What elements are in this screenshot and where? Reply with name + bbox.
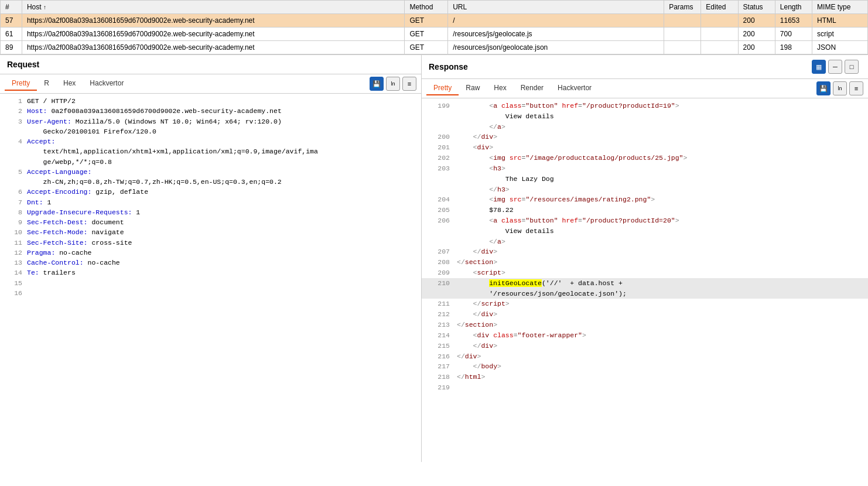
save-icon-res[interactable]: 💾 [816, 81, 831, 95]
tab-hackvertor-req[interactable]: Hackvertor [83, 77, 131, 91]
response-line: 212 </div> [422, 309, 868, 320]
line-content: Cache-Control: no-cache [27, 258, 416, 268]
line-content: </html> [457, 372, 485, 382]
tab-render-res[interactable]: Render [514, 81, 551, 95]
response-line: </a> [422, 237, 868, 247]
request-line: 1GET / HTTP/2 [0, 96, 421, 106]
line-content: <h3> [457, 163, 505, 174]
line-number: 7 [5, 197, 22, 207]
request-body[interactable]: 1GET / HTTP/22Host: 0a2f008a039a13608165… [0, 94, 421, 462]
col-header-mime[interactable]: MIME type [812, 1, 868, 14]
line-number [426, 111, 450, 122]
line-number: 214 [426, 330, 450, 341]
request-line: ge/webp,*/*;q=0.8 [0, 157, 421, 167]
line-content: Accept-Encoding: gzip, deflate [27, 187, 416, 197]
ln-btn-req[interactable]: ln [386, 77, 400, 91]
line-content [27, 278, 416, 288]
tab-r-req[interactable]: R [37, 77, 56, 91]
tab-hex-req[interactable]: Hex [56, 77, 83, 91]
response-line: 217 </body> [422, 361, 868, 372]
col-header-hash[interactable]: # [1, 1, 22, 14]
line-number: 9 [5, 217, 22, 227]
cell-url: /resources/json/geolocate.json [448, 41, 664, 55]
col-header-host[interactable]: Host ↑ [22, 1, 405, 14]
line-number [5, 177, 22, 187]
request-line: 3User-Agent: Mozilla/5.0 (Windows NT 10.… [0, 117, 421, 126]
line-number: 205 [426, 205, 450, 215]
line-content: Sec-Fetch-Site: cross-site [27, 238, 416, 248]
tab-pretty-res[interactable]: Pretty [426, 81, 459, 95]
line-number [5, 126, 22, 136]
line-content: </div> [457, 351, 481, 362]
response-line: 205 $78.22 [422, 205, 868, 215]
col-header-params[interactable]: Params [664, 1, 701, 14]
line-content: Sec-Fetch-Mode: navigate [27, 227, 416, 237]
response-line: 201 <div> [422, 142, 868, 153]
cell-host: https://0a2f008a039a136081659d6700d9002e… [22, 41, 405, 55]
cell-url: / [448, 14, 664, 28]
line-number: 204 [426, 194, 450, 205]
cell-status: 200 [738, 14, 775, 28]
cell-length: 700 [775, 28, 812, 41]
response-line: 219 [422, 382, 868, 393]
response-line: 215 </div> [422, 341, 868, 351]
table-row[interactable]: 57 https://0a2f008a039a136081659d6700d90… [1, 14, 868, 28]
line-content: '/resources/json/geolocate.json'); [457, 289, 627, 299]
square-icon-res[interactable]: □ [845, 60, 859, 74]
request-tab-bar: Pretty R Hex Hackvertor 💾 ln ≡ [0, 74, 421, 94]
line-number: 210 [426, 278, 450, 289]
tab-hackvertor-res[interactable]: Hackvertor [551, 81, 599, 95]
line-content: </div> [457, 309, 497, 320]
tab-hex-res[interactable]: Hex [487, 81, 513, 95]
line-number: 4 [5, 136, 22, 146]
cell-num: 57 [1, 14, 22, 28]
col-header-edited[interactable]: Edited [701, 1, 738, 14]
line-number: 13 [5, 258, 22, 268]
line-content: <img src="/image/productcatalog/products… [457, 153, 687, 163]
line-number: 2 [5, 106, 22, 116]
response-body[interactable]: 199 <a class="button" href="/product?pro… [422, 98, 868, 462]
col-header-url[interactable]: URL [448, 1, 664, 14]
request-line: 5Accept-Language: [0, 167, 421, 177]
request-line: 8Upgrade-Insecure-Requests: 1 [0, 207, 421, 217]
line-number: 206 [426, 215, 450, 226]
response-line: </a> [422, 122, 868, 132]
response-line: 199 <a class="button" href="/product?pro… [422, 101, 868, 111]
tab-raw-res[interactable]: Raw [459, 81, 487, 95]
line-content: </div> [457, 247, 497, 257]
line-number [426, 237, 450, 247]
line-content: <a class="button" href="/product?product… [457, 101, 679, 111]
line-number: 213 [426, 320, 450, 330]
cell-status: 200 [738, 41, 775, 55]
request-line: zh-CN,zh;q=0.8,zh-TW;q=0.7,zh-HK;q=0.5,e… [0, 177, 421, 187]
line-content: User-Agent: Mozilla/5.0 (Windows NT 10.0… [27, 117, 416, 126]
response-title: Response [429, 62, 468, 71]
col-header-method[interactable]: Method [405, 1, 448, 14]
col-header-status[interactable]: Status [738, 1, 775, 14]
col-header-length[interactable]: Length [775, 1, 812, 14]
line-number [426, 184, 450, 195]
minus-icon-res[interactable]: ─ [828, 60, 842, 74]
response-line: 209 <script> [422, 268, 868, 278]
line-content: Upgrade-Insecure-Requests: 1 [27, 207, 416, 217]
request-line: 4Accept: [0, 136, 421, 146]
line-number: 15 [5, 278, 22, 288]
menu-btn-res[interactable]: ≡ [849, 81, 863, 95]
line-number: 202 [426, 153, 450, 163]
ln-btn-res[interactable]: ln [833, 81, 847, 95]
request-table: # Host ↑ Method URL Params Edited Status… [0, 0, 868, 55]
tab-pretty-req[interactable]: Pretty [5, 77, 37, 91]
table-row[interactable]: 89 https://0a2f008a039a136081659d6700d90… [1, 41, 868, 55]
menu-btn-req[interactable]: ≡ [402, 77, 416, 91]
line-content: </body> [457, 361, 501, 372]
line-number [426, 226, 450, 237]
line-content: ge/webp,*/*;q=0.8 [27, 157, 416, 167]
table-row[interactable]: 61 https://0a2f008a039a136081659d6700d90… [1, 28, 868, 41]
response-line: 214 <div class="footer-wrapper"> [422, 330, 868, 341]
line-number: 203 [426, 163, 450, 174]
line-content: </div> [457, 341, 497, 351]
grid-icon-res[interactable]: ▦ [812, 60, 826, 74]
line-number: 217 [426, 361, 450, 372]
line-number: 219 [426, 382, 450, 393]
save-icon-req[interactable]: 💾 [370, 77, 384, 91]
